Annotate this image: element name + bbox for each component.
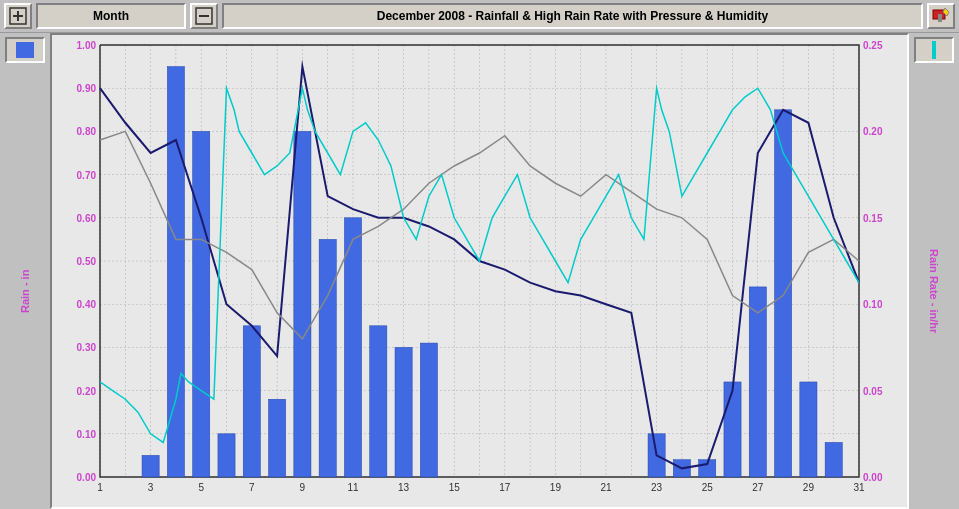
left-panel: Rain - in xyxy=(0,33,50,509)
zoom-out-button[interactable] xyxy=(190,3,218,29)
main-area: Rain - in Rain Rate - in/hr xyxy=(0,33,959,509)
paint-button[interactable] xyxy=(927,3,955,29)
chart-title: December 2008 - Rainfall & High Rain Rat… xyxy=(222,3,923,29)
chart-area xyxy=(50,33,909,509)
zoom-in-button[interactable] xyxy=(4,3,32,29)
line-legend xyxy=(914,37,954,63)
toolbar: Month December 2008 - Rainfall & High Ra… xyxy=(0,0,959,33)
right-panel: Rain Rate - in/hr xyxy=(909,33,959,509)
svg-rect-6 xyxy=(938,14,942,22)
month-selector[interactable]: Month xyxy=(36,3,186,29)
line-legend-color xyxy=(932,41,936,59)
y-axis-left-label: Rain - in xyxy=(19,77,31,505)
chart-canvas xyxy=(52,35,907,507)
bar-legend xyxy=(5,37,45,63)
y-axis-right-label: Rain Rate - in/hr xyxy=(928,77,940,505)
bar-legend-color xyxy=(16,42,34,58)
